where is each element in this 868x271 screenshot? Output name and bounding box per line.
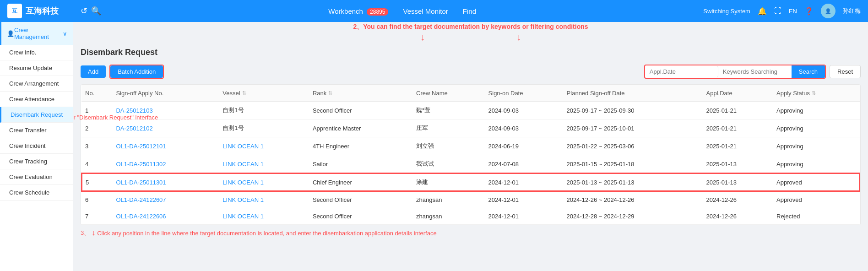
cell-planned-signoff: 2025-01-15 ~ 2025-01-18 [563,155,703,173]
avatar[interactable]: 👤 [821,4,835,18]
sidebar-item-crew-info[interactable]: Crew Info. [0,45,73,60]
cell-rank: Second Officer [309,191,412,208]
sidebar-item-crew-tracking[interactable]: Crew Tracking [0,154,73,169]
table-row[interactable]: 3 OL1-DA-25012101 LINK OCEAN 1 4TH Engin… [81,137,860,155]
cell-sign-on: 2024-09-03 [485,102,563,119]
cell-crew-name: 涂建 [412,173,485,191]
sidebar-item-resume-update[interactable]: Resume Update [0,60,73,76]
table-header-row: No. Sign-off Apply No. Vessel ⇅ Rank [81,85,860,102]
annotation-3-text: Click any position in the line where the… [97,230,436,237]
cell-apply-no: OL1-DA-25011301 [112,173,219,191]
cell-planned-signoff: 2025-09-17 ~ 2025-09-30 [563,102,703,119]
cell-status: Approving [773,137,860,155]
col-planned-signoff: Planned Sign-off Date [563,85,703,102]
table-row-highlighted[interactable]: 5 OL1-DA-25011301 LINK OCEAN 1 Chief Eng… [81,173,860,191]
col-vessel[interactable]: Vessel ⇅ [219,85,309,102]
cell-crew-name: zhangsan [412,191,485,208]
nav-find[interactable]: Find [463,7,476,15]
cell-no: 2 [81,119,112,137]
table-row[interactable]: 2 DA-25012102 自测1号 Apprentice Master 庄军 … [81,119,860,137]
sidebar-group-icon: 👤 [7,30,14,37]
cell-status: Approved [773,191,860,208]
sidebar: 👤 Crew Management ∨ Crew Info. Resume Up… [0,22,73,271]
col-apply-status[interactable]: Apply Status ⇅ [773,85,860,102]
cell-status: Approving [773,155,860,173]
table-row[interactable]: 1 DA-25012103 自测1号 Second Officer 魏*萱 20… [81,102,860,119]
sidebar-item-crew-evaluation[interactable]: Crew Evaluation [0,169,73,185]
cell-vessel: LINK OCEAN 1 [219,173,309,191]
top-right: Switching System 🔔 ⛶ EN ❓ 👤 孙红梅 [703,4,861,18]
table-row[interactable]: 7 OL1-DA-24122606 LINK OCEAN 1 Second Of… [81,208,860,225]
cell-no: 5 [81,173,112,191]
table-row[interactable]: 6 OL1-DA-24122607 LINK OCEAN 1 Second Of… [81,191,860,208]
fullscreen-icon[interactable]: ⛶ [774,7,781,15]
cell-planned-signoff: 2024-12-28 ~ 2024-12-29 [563,208,703,225]
refresh-icon[interactable]: ↺ [81,6,87,16]
cell-vessel: LINK OCEAN 1 [219,208,309,225]
cell-vessel: 自测1号 [219,119,309,137]
search-nav-icon[interactable]: 🔍 [91,6,101,16]
col-rank[interactable]: Rank ⇅ [309,85,412,102]
add-button[interactable]: Add [81,65,106,78]
col-appl-date: Appl.Date [703,85,773,102]
main-content: 2、You can find the target documentation … [73,22,868,271]
table-container: No. Sign-off Apply No. Vessel ⇅ Rank [81,84,861,225]
cell-planned-signoff: 2025-01-13 ~ 2025-01-13 [563,173,703,191]
cell-crew-name: zhangsan [412,208,485,225]
sidebar-item-crew-arrangement[interactable]: Crew Arrangement [0,76,73,92]
status-sort-icon: ⇅ [812,90,816,96]
sidebar-item-crew-incident[interactable]: Crew Incident [0,138,73,154]
col-crew-name: Crew Name [412,85,485,102]
cell-no: 3 [81,137,112,155]
annotation-2-text: 2、You can find the target documentation … [353,23,588,30]
language-selector[interactable]: EN [789,8,797,15]
cell-crew-name: 刘立强 [412,137,485,155]
annotation-1: → 1、Click in turn to enter "Disembark Re… [73,114,158,122]
cell-crew-name: 我试试 [412,155,485,173]
nav-center: Workbench 28895 Vessel Monitor Find [101,7,703,15]
batch-addition-button[interactable]: Batch Addition [110,65,163,78]
cell-status: Approved [773,173,860,191]
cell-apply-no: DA-25012102 [112,119,219,137]
cell-sign-on: 2024-06-19 [485,137,563,155]
content-area: Disembark Request Add Batch Addition Sea… [81,48,861,237]
cell-appl-date: 2025-01-21 [703,119,773,137]
user-name: 孙红梅 [843,7,861,15]
nav-workbench[interactable]: Workbench 28895 [328,7,388,15]
workbench-badge: 28895 [367,8,388,16]
vessel-sort-icon: ⇅ [242,90,246,96]
bell-icon[interactable]: 🔔 [758,7,767,16]
cell-rank: Second Officer [309,102,412,119]
sidebar-item-crew-transfer[interactable]: Crew Transfer [0,123,73,138]
sidebar-item-disembark-request[interactable]: Disembark Request [0,107,73,123]
data-table: No. Sign-off Apply No. Vessel ⇅ Rank [81,85,860,225]
keywords-input[interactable] [718,66,792,77]
sidebar-item-crew-attendance[interactable]: Crew Attendance [0,92,73,107]
appl-date-input[interactable] [645,66,718,77]
sidebar-group-crew-management[interactable]: 👤 Crew Management ∨ [0,22,73,45]
cell-rank: Chief Engineer [309,173,412,191]
switching-system[interactable]: Switching System [703,8,750,15]
cell-status: Approving [773,119,860,137]
cell-apply-no: OL1-DA-24122607 [112,191,219,208]
cell-sign-on: 2024-12-01 [485,173,563,191]
sidebar-group-label: Crew Management [14,27,63,40]
table-row[interactable]: 4 OL1-DA-25011302 LINK OCEAN 1 Sailor 我试… [81,155,860,173]
arrow-down-2: ↓ [516,32,521,43]
reset-button[interactable]: Reset [830,65,861,78]
toolbar-right: Search Reset [644,65,861,79]
annotation-3: 3、 ↓ Click any position in the line wher… [81,229,861,237]
cell-vessel: LINK OCEAN 1 [219,155,309,173]
col-sign-on: Sign-on Date [485,85,563,102]
user-avatar-img: 👤 [825,8,831,14]
cell-apply-no: OL1-DA-24122606 [112,208,219,225]
cell-crew-name: 庄军 [412,119,485,137]
cell-appl-date: 2025-01-21 [703,137,773,155]
cell-vessel: LINK OCEAN 1 [219,137,309,155]
search-button[interactable]: Search [792,65,825,78]
help-icon[interactable]: ❓ [804,7,814,16]
annotation-2-container: 2、You can find the target documentation … [73,23,868,43]
nav-vessel-monitor[interactable]: Vessel Monitor [403,7,448,15]
annotation-3-arrow-down: ↓ [92,229,95,237]
sidebar-item-crew-schedule[interactable]: Crew Schedule [0,185,73,201]
